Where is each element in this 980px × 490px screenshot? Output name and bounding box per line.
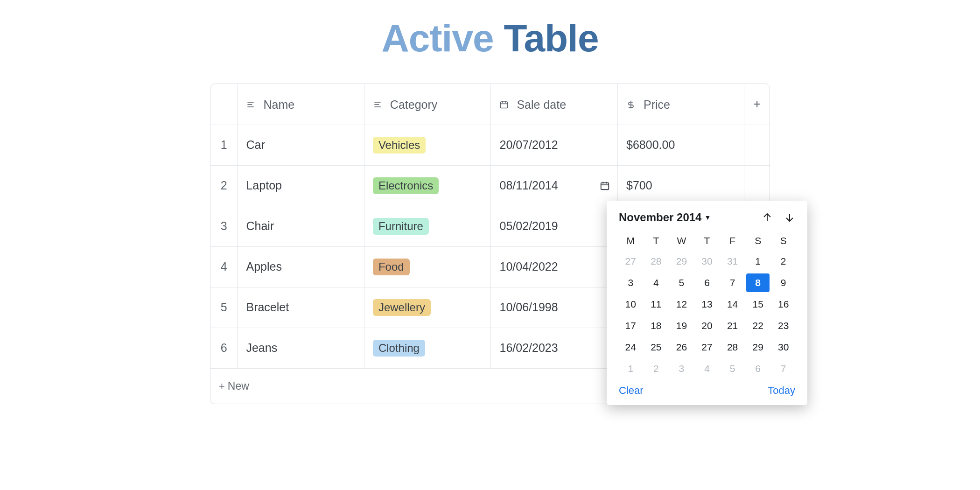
datepicker-day[interactable]: 13 <box>695 295 719 314</box>
cell-sale-date[interactable]: 08/11/2014 <box>491 165 618 206</box>
datepicker-day[interactable]: 5 <box>670 273 693 292</box>
datepicker-day[interactable]: 25 <box>644 338 668 357</box>
cell-name[interactable]: Laptop <box>238 165 364 206</box>
datepicker-weekday: T <box>644 232 668 249</box>
cell-name[interactable]: Apples <box>238 246 364 287</box>
category-tag: Food <box>373 259 410 275</box>
cell-name[interactable]: Jeans <box>238 328 364 368</box>
datepicker-day[interactable]: 10 <box>619 295 643 314</box>
cell-category[interactable]: Clothing <box>364 328 491 368</box>
header-price[interactable]: Price <box>618 84 744 125</box>
category-tag: Furniture <box>373 218 429 235</box>
datepicker-day-other-month[interactable]: 1 <box>619 359 643 378</box>
datepicker-weekday: W <box>670 232 693 249</box>
datepicker-day[interactable]: 7 <box>721 273 744 292</box>
cell-name[interactable]: Bracelet <box>238 287 364 328</box>
datepicker-day[interactable]: 4 <box>644 273 668 292</box>
row-index: 2 <box>210 165 238 206</box>
datepicker-day[interactable]: 27 <box>695 338 719 357</box>
header-index <box>210 84 238 125</box>
datepicker-day-other-month[interactable]: 5 <box>721 359 744 378</box>
datepicker-day-other-month[interactable]: 27 <box>619 252 643 271</box>
cell-category[interactable]: Electronics <box>364 165 491 206</box>
cell-category[interactable]: Jewellery <box>364 287 491 328</box>
row-index: 1 <box>210 125 238 165</box>
datepicker-day[interactable]: 21 <box>721 316 744 335</box>
datepicker-day-other-month[interactable]: 6 <box>746 359 770 378</box>
datepicker-month-select[interactable]: November 2014 ▼ <box>619 211 711 224</box>
datepicker-day[interactable]: 22 <box>746 316 770 335</box>
cell-sale-date[interactable]: 10/04/2022 <box>491 246 618 287</box>
datepicker-day[interactable]: 29 <box>746 338 770 357</box>
datepicker-day-other-month[interactable]: 7 <box>771 359 795 378</box>
datepicker-day-other-month[interactable]: 29 <box>670 252 693 271</box>
header-name[interactable]: Name <box>238 84 364 125</box>
datepicker-day[interactable]: 26 <box>670 338 693 357</box>
datepicker-day[interactable]: 12 <box>670 295 693 314</box>
datepicker-clear-button[interactable]: Clear <box>619 385 644 397</box>
datepicker-day[interactable]: 9 <box>771 273 795 292</box>
datepicker-day-other-month[interactable]: 28 <box>644 252 668 271</box>
cell-sale-date[interactable]: 05/02/2019 <box>491 206 618 246</box>
cell-name[interactable]: Chair <box>238 206 364 246</box>
header-category[interactable]: Category <box>364 84 491 125</box>
datepicker-weekday: S <box>746 232 770 249</box>
datepicker-day[interactable]: 24 <box>619 338 643 357</box>
row-index: 5 <box>210 287 238 328</box>
datepicker-day[interactable]: 3 <box>619 273 643 292</box>
cell-category[interactable]: Furniture <box>364 206 491 246</box>
table-row: 1CarVehicles20/07/2012$6800.00 <box>210 125 770 165</box>
page-title: Active Table <box>0 16 980 60</box>
table-row: 2LaptopElectronics08/11/2014$700 <box>210 165 770 206</box>
datepicker-day[interactable]: 23 <box>771 316 795 335</box>
datepicker-day[interactable]: 2 <box>771 252 795 271</box>
datepicker-day[interactable]: 18 <box>644 316 668 335</box>
cell-name[interactable]: Car <box>238 125 364 165</box>
add-column-button[interactable]: + <box>744 84 770 125</box>
datepicker-day[interactable]: 20 <box>695 316 719 335</box>
category-tag: Jewellery <box>373 299 431 316</box>
caret-down-icon: ▼ <box>704 214 711 221</box>
datepicker-today-button[interactable]: Today <box>768 385 795 397</box>
datepicker-day[interactable]: 14 <box>721 295 744 314</box>
datepicker-day[interactable]: 19 <box>670 316 693 335</box>
datepicker-day[interactable]: 15 <box>746 295 770 314</box>
row-index: 6 <box>210 328 238 368</box>
cell-category[interactable]: Vehicles <box>364 125 491 165</box>
svg-rect-6 <box>501 102 508 108</box>
calendar-icon <box>499 100 509 109</box>
prev-month-button[interactable] <box>762 212 773 223</box>
cell-price[interactable]: $6800.00 <box>618 125 744 165</box>
cell-trailing <box>744 165 770 206</box>
cell-category[interactable]: Food <box>364 246 491 287</box>
datepicker-weekday: M <box>619 232 643 249</box>
row-index: 4 <box>210 246 238 287</box>
datepicker-day-other-month[interactable]: 31 <box>721 252 744 271</box>
header-sale-date[interactable]: Sale date <box>491 84 618 125</box>
cell-sale-date[interactable]: 16/02/2023 <box>491 328 618 368</box>
datepicker-day-other-month[interactable]: 30 <box>695 252 719 271</box>
cell-sale-date[interactable]: 10/06/1998 <box>491 287 618 328</box>
datepicker-day-other-month[interactable]: 3 <box>670 359 693 378</box>
calendar-icon[interactable] <box>600 181 610 191</box>
date-picker: November 2014 ▼ MTWTFSS27282930311234567… <box>607 201 807 405</box>
datepicker-day[interactable]: 16 <box>771 295 795 314</box>
datepicker-day-other-month[interactable]: 4 <box>695 359 719 378</box>
datepicker-day[interactable]: 1 <box>746 252 770 271</box>
datepicker-day[interactable]: 11 <box>644 295 668 314</box>
text-column-icon <box>246 100 255 109</box>
datepicker-day[interactable]: 30 <box>771 338 795 357</box>
category-tag: Vehicles <box>373 137 426 154</box>
datepicker-day[interactable]: 6 <box>695 273 719 292</box>
datepicker-day-selected[interactable]: 8 <box>746 273 770 292</box>
next-month-button[interactable] <box>784 212 795 223</box>
datepicker-weekday: S <box>771 232 795 249</box>
cell-price[interactable]: $700 <box>618 165 744 206</box>
datepicker-weekday: T <box>695 232 719 249</box>
cell-sale-date[interactable]: 20/07/2012 <box>491 125 618 165</box>
datepicker-day[interactable]: 28 <box>721 338 744 357</box>
dollar-icon <box>626 100 636 109</box>
datepicker-day[interactable]: 17 <box>619 316 643 335</box>
title-part-1: Active <box>381 17 493 59</box>
datepicker-day-other-month[interactable]: 2 <box>644 359 668 378</box>
